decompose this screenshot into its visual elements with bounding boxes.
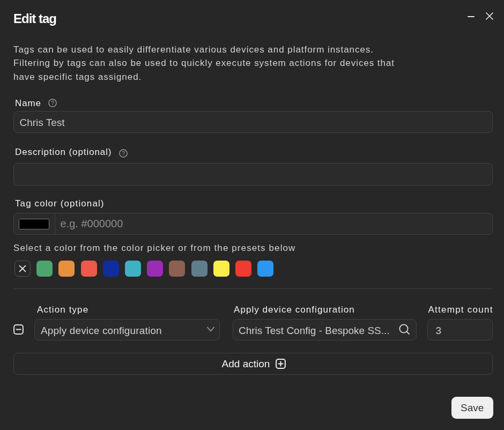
- svg-text:?: ?: [51, 100, 54, 106]
- svg-text:?: ?: [121, 150, 124, 157]
